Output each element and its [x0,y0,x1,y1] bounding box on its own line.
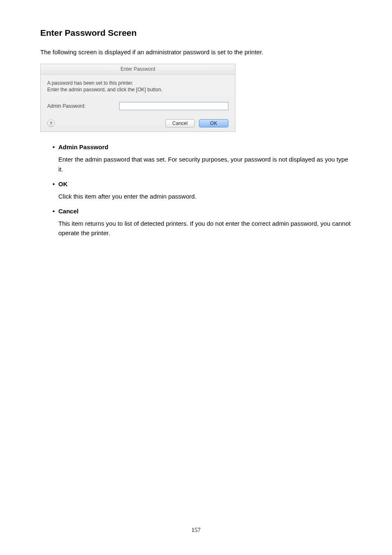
list-item: • Admin Password Enter the admin passwor… [53,143,352,174]
bullet-dot: • [53,180,58,187]
item-label-ok: OK [58,180,68,187]
admin-password-label: Admin Password: [47,103,119,109]
list-item: • OK Click this item after you enter the… [53,180,352,201]
dialog-title: Enter Password [41,64,235,75]
cancel-button[interactable]: Cancel [165,119,195,127]
help-icon[interactable]: ? [47,120,55,127]
page-number: 157 [0,527,392,534]
item-label-cancel: Cancel [58,208,78,215]
bullet-row: • Cancel [53,208,352,215]
admin-password-row: Admin Password: [47,102,228,110]
item-body: Enter the admin password that was set. F… [53,155,352,174]
item-body: Click this item after you enter the admi… [53,192,352,201]
intro-text: The following screen is displayed if an … [40,48,352,56]
description-list: • Admin Password Enter the admin passwor… [40,143,352,238]
item-label-admin-password: Admin Password [58,143,108,150]
dialog-message: A password has been set to this printer.… [47,80,228,93]
dialog-body: A password has been set to this printer.… [41,75,235,132]
bullet-dot: • [53,208,58,215]
enter-password-dialog: Enter Password A password has been set t… [40,64,235,132]
ok-button[interactable]: OK [199,119,228,127]
item-body: This item returns you to list of detecte… [53,219,352,238]
bullet-row: • OK [53,180,352,187]
bullet-dot: • [53,143,58,150]
dialog-buttons: Cancel OK [165,119,228,127]
bullet-row: • Admin Password [53,143,352,150]
dialog-message-line2: Enter the admin password, and click the … [47,86,228,93]
dialog-footer: ? Cancel OK [47,118,228,127]
page-content: Enter Password Screen The following scre… [0,0,392,238]
list-item: • Cancel This item returns you to list o… [53,208,352,238]
dialog-message-line1: A password has been set to this printer. [47,80,228,86]
page-heading: Enter Password Screen [40,28,352,38]
admin-password-input[interactable] [119,102,228,110]
